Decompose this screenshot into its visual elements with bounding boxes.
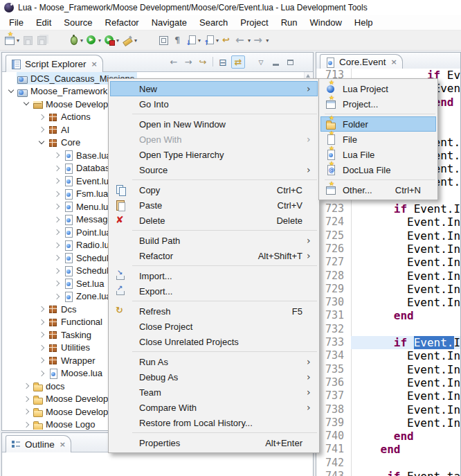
tab-core-event[interactable]: Core.Event (320, 54, 403, 69)
twistie-icon[interactable] (7, 87, 15, 96)
menu-item-go-into[interactable]: Go Into (110, 96, 318, 112)
menu-item-open-type-hierarchy[interactable]: Open Type Hierarchy (110, 147, 318, 162)
dropdown-arrow-icon[interactable] (134, 37, 137, 44)
menu-window[interactable]: Window (304, 16, 348, 29)
profile-button[interactable] (102, 32, 120, 49)
menu-item-delete[interactable]: DeleteDelete (110, 213, 318, 228)
twistie-icon[interactable] (37, 330, 46, 339)
link-with-editor-button[interactable] (231, 55, 245, 69)
tab-outline[interactable]: Outline (6, 435, 71, 452)
dropdown-arrow-icon[interactable] (17, 37, 19, 44)
menu-item-compare-with[interactable]: Compare With (110, 400, 318, 415)
external-tools-button[interactable] (120, 32, 138, 49)
twistie-icon[interactable] (53, 164, 61, 173)
close-icon[interactable] (60, 440, 66, 449)
menu-item-new[interactable]: New (110, 81, 318, 96)
menu-item-import[interactable]: Import... (110, 268, 318, 283)
menu-item-team[interactable]: Team (110, 385, 318, 400)
twistie-icon[interactable] (22, 421, 30, 429)
menu-source[interactable]: Source (57, 16, 98, 29)
debug-button[interactable] (66, 32, 84, 49)
menu-item-run-as[interactable]: Run As (110, 354, 318, 369)
close-icon[interactable] (391, 58, 397, 67)
menu-item-open-in-new-window[interactable]: Open in New Window (110, 116, 318, 132)
twistie-icon[interactable] (53, 267, 61, 275)
back-button[interactable] (168, 56, 180, 68)
mark-occurrences-button[interactable] (156, 32, 170, 49)
menu-project[interactable]: Project (234, 16, 274, 29)
menu-item-doclua-file[interactable]: DocLua File (320, 162, 436, 177)
back-button[interactable] (234, 32, 252, 49)
forward-button[interactable] (182, 56, 195, 68)
menu-item-lua-project[interactable]: Lua Project (320, 81, 436, 96)
menu-item-close-unrelated-projects[interactable]: Close Unrelated Projects (110, 334, 318, 349)
twistie-icon[interactable] (37, 369, 46, 378)
twistie-icon[interactable] (53, 202, 61, 211)
show-whitespace-button[interactable] (170, 32, 184, 49)
twistie-icon[interactable] (37, 113, 46, 121)
menu-item-file[interactable]: File (320, 132, 436, 147)
dropdown-arrow-icon[interactable] (266, 37, 269, 44)
previous-annotation-button[interactable] (202, 32, 220, 49)
collapse-all-button[interactable] (217, 56, 229, 68)
menu-item-refresh[interactable]: RefreshF5 (110, 303, 318, 319)
twistie-icon[interactable] (37, 139, 46, 147)
close-icon[interactable] (91, 60, 98, 69)
minimize-button[interactable] (269, 56, 282, 68)
new-wizard-button[interactable] (3, 32, 21, 49)
menu-item-properties[interactable]: PropertiesAlt+Enter (110, 435, 318, 450)
menu-item-refactor[interactable]: RefactorAlt+Shift+T (110, 248, 318, 263)
menu-search[interactable]: Search (193, 16, 234, 29)
menu-item-debug-as[interactable]: Debug As (110, 369, 318, 385)
dropdown-arrow-icon[interactable] (198, 37, 201, 44)
maximize-button[interactable] (284, 56, 296, 68)
dropdown-arrow-icon[interactable] (216, 37, 219, 44)
tab-script-explorer[interactable]: Script Explorer (6, 55, 103, 72)
twistie-icon[interactable] (22, 382, 30, 390)
menu-help[interactable]: Help (348, 16, 379, 29)
menu-item-source[interactable]: Source (110, 162, 318, 177)
twistie-icon[interactable] (53, 151, 61, 159)
twistie-icon[interactable] (37, 305, 46, 313)
menu-refactor[interactable]: Refactor (99, 16, 145, 29)
run-button[interactable] (84, 32, 102, 49)
menu-edit[interactable]: Edit (30, 16, 57, 29)
next-annotation-button[interactable] (184, 32, 202, 49)
twistie-icon[interactable] (37, 318, 46, 326)
twistie-icon[interactable] (22, 100, 30, 108)
dropdown-arrow-icon[interactable] (80, 37, 83, 44)
twistie-icon[interactable] (37, 356, 46, 364)
menu-item-folder[interactable]: Folder (320, 116, 436, 132)
menu-item-paste[interactable]: PasteCtrl+V (110, 197, 318, 213)
menu-navigate[interactable]: Navigate (145, 16, 193, 29)
dropdown-arrow-icon[interactable] (116, 37, 119, 44)
twistie-icon[interactable] (53, 241, 61, 249)
dropdown-arrow-icon[interactable] (98, 37, 101, 44)
menu-item-restore-from-local-history[interactable]: Restore from Local History... (110, 415, 318, 430)
view-menu-button[interactable] (255, 56, 267, 68)
twistie-icon[interactable] (22, 395, 30, 403)
twistie-icon[interactable] (53, 254, 61, 262)
twistie-icon[interactable] (53, 228, 61, 236)
go-into-button[interactable] (197, 56, 209, 68)
twistie-icon[interactable] (53, 177, 61, 185)
menu-item-project[interactable]: Project... (320, 96, 436, 112)
forward-button[interactable] (252, 32, 270, 49)
dropdown-arrow-icon[interactable] (248, 37, 251, 44)
twistie-icon[interactable] (22, 407, 30, 416)
menu-file[interactable]: File (3, 16, 30, 29)
last-edit-location-button[interactable] (220, 32, 234, 49)
twistie-icon[interactable] (53, 279, 61, 288)
menu-item-other[interactable]: Other...Ctrl+N (320, 182, 436, 197)
menu-item-lua-file[interactable]: Lua File (320, 147, 436, 162)
twistie-icon[interactable] (53, 215, 61, 224)
menu-item-close-project[interactable]: Close Project (110, 319, 318, 334)
menu-item-copy[interactable]: CopyCtrl+C (110, 182, 318, 197)
menu-item-build-path[interactable]: Build Path (110, 233, 318, 248)
twistie-icon[interactable] (53, 190, 61, 198)
twistie-icon[interactable] (53, 292, 61, 301)
menu-item-export[interactable]: Export... (110, 283, 318, 299)
twistie-icon[interactable] (37, 344, 46, 352)
scroll-up-icon[interactable] (306, 74, 310, 78)
menu-run[interactable]: Run (275, 16, 304, 29)
